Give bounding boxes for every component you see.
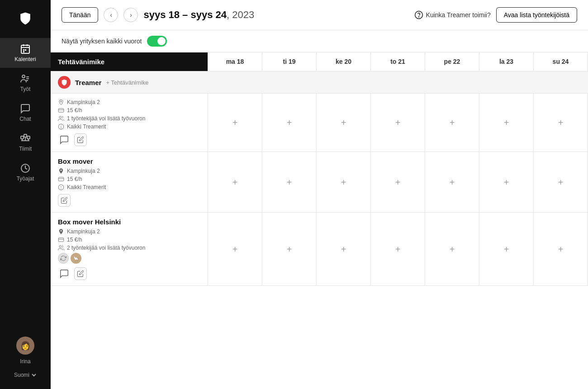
group-add-task[interactable]: + Tehtävänimike bbox=[106, 79, 148, 86]
edit-button-treamer-1[interactable] bbox=[74, 133, 87, 146]
col-header-ke20: ke 20 bbox=[317, 52, 371, 71]
task-cell-treamer-1-ti[interactable]: + bbox=[262, 94, 317, 152]
next-button[interactable]: › bbox=[123, 8, 138, 22]
toggle-row: Näytä yrityksen kaikki vuorot bbox=[51, 30, 588, 52]
task-info-box-mover: Box mover Kampinkuja 2 15 €/h Kaikki Tre… bbox=[51, 152, 208, 213]
group-name-treamer: Treamer bbox=[75, 79, 101, 86]
avatar-refresh bbox=[58, 253, 69, 264]
task-filter-box-mover: Kaikki Treamerit bbox=[58, 184, 200, 190]
sidebar-item-chat-label: Chat bbox=[19, 116, 31, 122]
app-logo[interactable] bbox=[14, 7, 36, 29]
svg-point-31 bbox=[61, 188, 62, 189]
sidebar-item-tyot-label: Työt bbox=[20, 86, 31, 92]
col-header-la23: la 23 bbox=[479, 52, 534, 71]
col-header-to21: to 21 bbox=[371, 52, 425, 71]
col-header-ti19: ti 19 bbox=[262, 52, 317, 71]
task-info-box-mover-helsinki: Box mover Helsinki Kampinkuja 2 15 €/h 2… bbox=[51, 213, 208, 286]
task-location-treamer-1: Kampinkuja 2 bbox=[58, 99, 200, 105]
sidebar-bottom: 👩 Irina Suomi bbox=[0, 337, 51, 382]
show-all-shifts-toggle[interactable] bbox=[147, 36, 167, 47]
svg-point-23 bbox=[59, 116, 62, 119]
task-cell-treamer-1-su[interactable]: + bbox=[534, 94, 588, 152]
task-cell-box-mover-ke[interactable]: + bbox=[317, 152, 371, 213]
task-rate-box-mover-helsinki: 15 €/h bbox=[58, 237, 200, 243]
task-name-box-mover-helsinki: Box mover Helsinki bbox=[58, 218, 200, 226]
svg-rect-21 bbox=[58, 109, 64, 112]
sidebar: Kalenteri Työt Chat Tiimit bbox=[0, 0, 51, 389]
svg-rect-12 bbox=[24, 134, 27, 137]
user-name: Irina bbox=[20, 358, 30, 365]
task-name-box-mover: Box mover bbox=[58, 157, 200, 165]
avatar[interactable]: 👩 bbox=[16, 337, 34, 355]
open-list-button[interactable]: Avaa lista työntekijöistä bbox=[496, 7, 577, 23]
task-workers-box-mover-helsinki: 2 työntekijää voi lisätä työvuoron bbox=[58, 245, 200, 251]
task-cell-bmh-ti[interactable]: + bbox=[262, 213, 317, 286]
sidebar-item-kalenteri[interactable]: Kalenteri bbox=[0, 38, 51, 68]
svg-rect-13 bbox=[27, 136, 30, 139]
task-cell-bmh-su[interactable]: + bbox=[534, 213, 588, 286]
task-rate-box-mover: 15 €/h bbox=[58, 176, 200, 182]
svg-rect-11 bbox=[21, 136, 24, 139]
svg-rect-6 bbox=[23, 51, 24, 52]
task-cell-treamer-1-to[interactable]: + bbox=[371, 94, 425, 152]
lang-label: Suomi bbox=[14, 372, 29, 378]
task-cell-bmh-to[interactable]: + bbox=[371, 213, 425, 286]
date-range: syys 18 – syys 24, 2023 bbox=[143, 9, 254, 21]
task-workers-treamer-1: 1 työntekijää voi lisätä työvuoron bbox=[58, 115, 200, 122]
chat-button-box-mover-helsinki[interactable] bbox=[58, 267, 71, 280]
svg-point-34 bbox=[59, 246, 62, 248]
sidebar-item-tyoajat[interactable]: Työajat bbox=[0, 157, 51, 187]
main-content: Tänään ‹ › syys 18 – syys 24, 2023 Kuink… bbox=[51, 0, 588, 389]
task-location-box-mover: Kampinkuja 2 bbox=[58, 168, 200, 174]
task-cell-treamer-1-ma[interactable]: + bbox=[208, 94, 262, 152]
svg-rect-32 bbox=[58, 238, 64, 242]
edit-button-box-mover[interactable] bbox=[58, 194, 71, 207]
task-cell-box-mover-pe[interactable]: + bbox=[425, 152, 479, 213]
task-cell-bmh-ma[interactable]: + bbox=[208, 213, 262, 286]
col-header-pe22: pe 22 bbox=[425, 52, 479, 71]
svg-rect-27 bbox=[58, 177, 64, 181]
sidebar-item-chat[interactable]: Chat bbox=[0, 98, 51, 128]
group-logo-treamer bbox=[58, 76, 71, 89]
task-cell-treamer-1-la[interactable]: + bbox=[479, 94, 534, 152]
task-filter-treamer-1: Kaikki Treamerit bbox=[58, 123, 200, 130]
today-button[interactable]: Tänään bbox=[62, 7, 98, 23]
calendar-container: Tehtävänimike ma 18 ti 19 ke 20 to 21 pe… bbox=[51, 52, 588, 389]
svg-point-7 bbox=[22, 75, 25, 78]
task-cell-treamer-1-ke[interactable]: + bbox=[317, 94, 371, 152]
toggle-label: Näytä yrityksen kaikki vuorot bbox=[62, 38, 142, 45]
sidebar-item-tiimit[interactable]: Tiimit bbox=[0, 128, 51, 157]
task-cell-bmh-ke[interactable]: + bbox=[317, 213, 371, 286]
col-header-task: Tehtävänimike bbox=[51, 52, 208, 71]
chat-button-treamer-1[interactable] bbox=[58, 133, 71, 146]
sidebar-item-tyoajat-label: Työajat bbox=[17, 176, 34, 182]
task-location-box-mover-helsinki: Kampinkuja 2 bbox=[58, 228, 200, 235]
avatar-row-box-mover-helsinki: 🦙 bbox=[58, 253, 200, 264]
prev-button[interactable]: ‹ bbox=[104, 8, 118, 22]
header: Tänään ‹ › syys 18 – syys 24, 2023 Kuink… bbox=[51, 0, 588, 30]
task-rate-treamer-1: 15 €/h bbox=[58, 107, 200, 114]
task-info-treamer-1: Kampinkuja 2 15 €/h 1 työntekijää voi li… bbox=[51, 94, 208, 152]
task-actions-treamer-1 bbox=[58, 133, 200, 146]
edit-button-box-mover-helsinki[interactable] bbox=[74, 267, 87, 280]
sidebar-item-tyot[interactable]: Työt bbox=[0, 68, 51, 98]
task-actions-box-mover-helsinki bbox=[58, 267, 200, 280]
task-cell-box-mover-ti[interactable]: + bbox=[262, 152, 317, 213]
svg-rect-5 bbox=[25, 49, 26, 51]
task-cell-box-mover-la[interactable]: + bbox=[479, 152, 534, 213]
task-cell-box-mover-to[interactable]: + bbox=[371, 152, 425, 213]
task-cell-bmh-la[interactable]: + bbox=[479, 213, 534, 286]
calendar-grid: Tehtävänimike ma 18 ti 19 ke 20 to 21 pe… bbox=[51, 52, 588, 286]
task-cell-box-mover-ma[interactable]: + bbox=[208, 152, 262, 213]
task-cell-bmh-pe[interactable]: + bbox=[425, 213, 479, 286]
sidebar-item-tiimit-label: Tiimit bbox=[19, 146, 32, 152]
task-actions-box-mover bbox=[58, 194, 200, 207]
language-selector[interactable]: Suomi bbox=[14, 368, 37, 382]
task-cell-treamer-1-pe[interactable]: + bbox=[425, 94, 479, 152]
group-header-treamer: Treamer + Tehtävänimike bbox=[51, 71, 588, 94]
task-cell-box-mover-su[interactable]: + bbox=[534, 152, 588, 213]
col-header-su24: su 24 bbox=[534, 52, 588, 71]
svg-rect-4 bbox=[23, 49, 24, 51]
sidebar-item-kalenteri-label: Kalenteri bbox=[14, 56, 36, 62]
help-link[interactable]: Kuinka Treamer toimii? bbox=[414, 10, 491, 19]
